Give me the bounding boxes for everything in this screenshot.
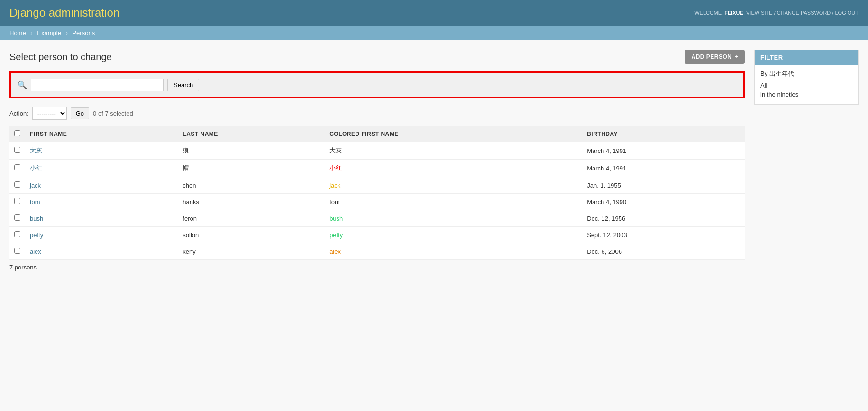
select-all-header [9,126,25,142]
cell-colored-first-name: tom [325,194,582,210]
page-title-row: Select person to change ADD PERSON + [9,50,745,64]
table-row: 大灰狼大灰March 4, 1991 [9,142,745,160]
cell-colored-first-name: bush [325,210,582,227]
cell-first-name: jack [25,177,178,194]
person-first-name-link[interactable]: 大灰 [30,147,42,154]
change-password-link[interactable]: CHANGE PASSWORD [777,10,831,16]
colored-name: petty [329,232,343,239]
user-tools: WELCOME, FEIXUE. VIEW SITE / CHANGE PASS… [694,10,859,16]
cell-last-name: chen [178,177,325,194]
cell-colored-first-name: 小红 [325,160,582,177]
cell-first-name: petty [25,227,178,243]
colored-name: 小红 [329,164,342,171]
actions-row: Action: --------- Go 0 of 7 selected [9,104,745,123]
welcome-label: WELCOME, [694,10,724,16]
main-content: Select person to change ADD PERSON + 🔍 S… [9,50,745,275]
row-checkbox[interactable] [14,231,20,237]
row-checkbox-cell [9,194,25,210]
row-checkbox-cell [9,142,25,160]
row-checkbox-cell [9,160,25,177]
cell-birthday: Dec. 6, 2006 [582,243,745,260]
table-header: FIRST NAME LAST NAME COLORED FIRST NAME … [9,126,745,142]
cell-birthday: March 4, 1991 [582,160,745,177]
go-button[interactable]: Go [71,107,89,119]
col-last-name: LAST NAME [178,126,325,142]
row-checkbox[interactable] [14,164,20,170]
result-count: 7 persons [9,260,745,275]
breadcrumb-current: Persons [72,29,95,36]
row-checkbox[interactable] [14,214,20,221]
search-bar: 🔍 Search [9,71,745,98]
search-icon: 🔍 [18,80,27,89]
cell-last-name: 狼 [178,142,325,160]
cell-colored-first-name: jack [325,177,582,194]
cell-last-name: feron [178,210,325,227]
search-input[interactable] [31,79,164,91]
cell-last-name: keny [178,243,325,260]
colored-name: alex [329,248,341,255]
col-birthday: BIRTHDAY [582,126,745,142]
row-checkbox-cell [9,177,25,194]
cell-birthday: March 4, 1990 [582,194,745,210]
table-row: bushferonbushDec. 12, 1956 [9,210,745,227]
breadcrumb-divider1: › [30,29,32,36]
row-checkbox[interactable] [14,248,20,254]
breadcrumb-home[interactable]: Home [9,29,26,36]
person-first-name-link[interactable]: jack [30,182,41,189]
person-first-name-link[interactable]: alex [30,248,41,255]
cell-colored-first-name: alex [325,243,582,260]
username: FEIXUE [724,10,743,16]
person-first-name-link[interactable]: tom [30,198,40,206]
row-checkbox-cell [9,227,25,243]
result-table: FIRST NAME LAST NAME COLORED FIRST NAME … [9,126,745,260]
filter-title: FILTER [755,50,858,65]
add-icon: + [734,54,738,60]
row-checkbox[interactable] [14,181,20,188]
row-checkbox[interactable] [14,147,20,153]
person-first-name-link[interactable]: bush [30,215,43,222]
table-row: tomhankstomMarch 4, 1990 [9,194,745,210]
add-person-label: ADD PERSON [691,54,731,60]
cell-last-name: hanks [178,194,325,210]
table-row: 小红帽小红March 4, 1991 [9,160,745,177]
select-all-checkbox[interactable] [14,130,20,136]
person-first-name-link[interactable]: petty [30,232,43,239]
cell-birthday: Sept. 12, 2003 [582,227,745,243]
filter-option-all[interactable]: All [760,81,852,90]
cell-first-name: 小红 [25,160,178,177]
action-label: Action: [9,110,28,117]
col-colored-first-name: COLORED FIRST NAME [325,126,582,142]
row-checkbox-cell [9,243,25,260]
cell-birthday: Dec. 12, 1956 [582,210,745,227]
person-first-name-link[interactable]: 小红 [30,164,42,171]
row-checkbox[interactable] [14,198,20,204]
breadcrumb-example[interactable]: Example [37,29,61,36]
page-title: Select person to change [9,52,112,63]
filter-box: FILTER By 出生年代 All in the nineties [754,50,859,105]
action-select[interactable]: --------- [32,107,67,120]
add-person-button[interactable]: ADD PERSON + [685,50,745,64]
cell-first-name: alex [25,243,178,260]
row-checkbox-cell [9,210,25,227]
cell-last-name: sollon [178,227,325,243]
colored-name: bush [329,215,343,222]
filter-section: By 出生年代 All in the nineties [755,65,858,104]
header: Django administration WELCOME, FEIXUE. V… [0,0,868,26]
view-site-link[interactable]: VIEW SITE [746,10,773,16]
cell-first-name: bush [25,210,178,227]
table-row: alexkenyalexDec. 6, 2006 [9,243,745,260]
filter-section-label: By 出生年代 [760,70,852,78]
cell-birthday: March 4, 1991 [582,142,745,160]
breadcrumb-divider2: › [65,29,67,36]
search-button[interactable]: Search [167,79,199,91]
table-row: pettysollonpettySept. 12, 2003 [9,227,745,243]
site-title: Django administration [9,6,119,19]
cell-colored-first-name: petty [325,227,582,243]
cell-first-name: tom [25,194,178,210]
breadcrumb: Home › Example › Persons [0,26,868,40]
log-out-link[interactable]: LOG OUT [835,10,859,16]
cell-colored-first-name: 大灰 [325,142,582,160]
content-wrapper: Select person to change ADD PERSON + 🔍 S… [0,40,868,284]
selected-count: 0 of 7 selected [93,110,133,117]
cell-birthday: Jan. 1, 1955 [582,177,745,194]
